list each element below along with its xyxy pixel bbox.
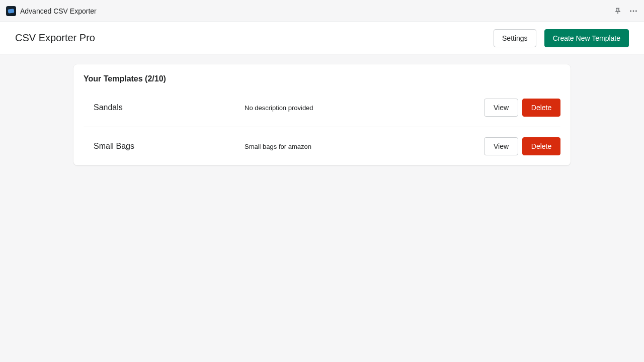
svg-point-3 bbox=[635, 10, 637, 12]
svg-point-1 bbox=[630, 10, 631, 12]
view-button[interactable]: View bbox=[484, 137, 518, 155]
top-bar: Advanced CSV Exporter bbox=[0, 0, 644, 22]
template-actions: View Delete bbox=[484, 137, 560, 155]
top-bar-right bbox=[614, 7, 638, 16]
template-actions: View Delete bbox=[484, 99, 560, 117]
template-row: Small Bags Small bags for amazon View De… bbox=[84, 127, 560, 155]
header-actions: Settings Create New Template bbox=[494, 29, 629, 47]
app-title: Advanced CSV Exporter bbox=[20, 7, 97, 15]
templates-card: Your Templates (2/10) Sandals No descrip… bbox=[73, 64, 571, 165]
settings-button[interactable]: Settings bbox=[494, 29, 536, 47]
delete-button[interactable]: Delete bbox=[522, 137, 560, 155]
page-title: CSV Exporter Pro bbox=[15, 32, 95, 44]
template-row: Sandals No description provided View Del… bbox=[84, 88, 560, 127]
main-content: Your Templates (2/10) Sandals No descrip… bbox=[0, 54, 644, 175]
template-description: No description provided bbox=[245, 104, 484, 112]
delete-button[interactable]: Delete bbox=[522, 99, 560, 117]
templates-heading: Your Templates (2/10) bbox=[84, 74, 560, 83]
top-bar-left: Advanced CSV Exporter bbox=[6, 6, 97, 16]
svg-point-2 bbox=[633, 10, 634, 12]
app-icon bbox=[6, 6, 16, 16]
view-button[interactable]: View bbox=[484, 99, 518, 117]
pin-icon[interactable] bbox=[614, 7, 622, 15]
template-name: Small Bags bbox=[94, 142, 245, 151]
page-header: CSV Exporter Pro Settings Create New Tem… bbox=[0, 22, 644, 54]
template-name: Sandals bbox=[94, 103, 245, 112]
more-icon[interactable] bbox=[629, 7, 638, 16]
template-description: Small bags for amazon bbox=[245, 143, 484, 150]
create-new-template-button[interactable]: Create New Template bbox=[544, 29, 629, 47]
